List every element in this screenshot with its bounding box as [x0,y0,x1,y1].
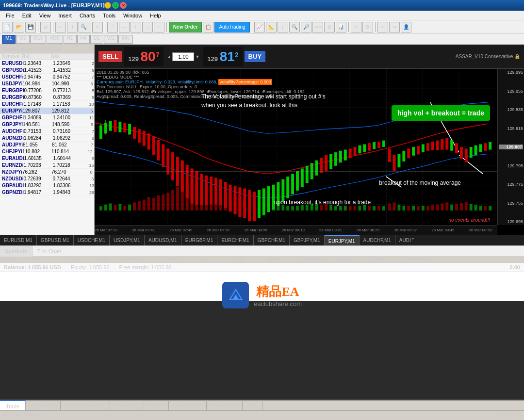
menu-help[interactable]: Help [146,11,165,20]
market-watch-row[interactable]: CHFJPYi 110.802 110.814 12 [0,148,94,155]
market-watch-row[interactable]: NZDUSDi 0.72639 0.72644 5 [0,176,94,182]
bar-left-button[interactable]: ⇐ [377,22,388,32]
market-watch-row[interactable]: GBPUSDi 1.41523 1.41532 9 [0,67,94,74]
tf-h1[interactable]: H1 [64,35,77,44]
refresh-button[interactable]: ↻ [351,22,361,32]
new-order-button[interactable]: New Order [169,22,202,32]
symbol-tab[interactable]: AUDUSD,M1 [145,235,181,246]
zoom-out-button[interactable]: 🔎 [301,22,311,32]
svg-rect-37 [157,140,160,161]
market-watch-row[interactable]: EURJPYi 129.807 129.812 5 [0,108,94,114]
maximize-button[interactable]: □ [112,2,119,9]
vol-button[interactable]: 📊 [336,22,346,32]
tf-d1[interactable]: D1 [90,35,103,44]
market-watch-row[interactable]: USDCHFi 0.94745 0.94752 7 [0,74,94,81]
period-sep-button[interactable]: | [278,22,288,32]
tf-m15[interactable]: M15 [30,35,46,44]
market-watch-row[interactable]: AUDNZDi 1.06284 1.06292 8 [0,135,94,142]
indicator-button[interactable]: 📈 [254,22,265,32]
auto-trading-button[interactable]: AutoTrading [214,22,249,32]
rect-button[interactable]: □ [142,22,153,32]
crosshair-button[interactable]: ✛ [67,22,78,32]
terminal-tab-mailbox15[interactable]: Mailbox 15 [169,400,207,411]
tf-m1[interactable]: M1 [2,35,16,44]
bar-right-button[interactable]: ⇒ [389,22,400,32]
arrow-button[interactable]: ↖ [92,22,103,32]
terminal-tab-accounthistory[interactable]: Account History [61,400,110,411]
market-watch-row[interactable]: GBPJPYi 148.581 148.590 9 [0,121,94,128]
tf-h4[interactable]: H4 [77,35,90,44]
tf-m5[interactable]: M5 [16,35,30,44]
market-watch-row[interactable]: NZDJPYi 76.262 76.270 8 [0,169,94,176]
menu-charts[interactable]: Charts [76,11,99,20]
new-chart-button[interactable]: 📄 [2,22,13,32]
order-history-button[interactable]: 📋 [203,22,213,32]
close-button[interactable]: ✕ [120,2,127,9]
market-watch-row[interactable]: EURGBPi 0.77208 0.77213 5 [0,87,94,94]
tick-chart-tab[interactable]: Tick Chart [33,246,66,257]
print-button[interactable]: 🖨 [40,22,51,32]
menu-tools[interactable]: Tools [99,11,119,20]
terminal-tab-market46[interactable]: Market 46 [207,400,243,411]
market-watch-row[interactable]: GBPNZDi 1.94817 1.94843 26 [0,189,94,196]
tf-mn[interactable]: MN [118,35,133,44]
menu-insert[interactable]: Insert [54,11,76,20]
grid-button[interactable]: ⊞ [324,22,335,32]
market-watch-row[interactable]: EURCHFi 1.17143 1.17153 10 [0,101,94,108]
sell-button[interactable]: SELL [98,51,122,62]
symbol-tab[interactable]: EURUSD,M1 [0,235,37,246]
market-watch-row[interactable]: AUDCHFi 0.73153 0.73160 7 [0,128,94,135]
open-button[interactable]: 📂 [14,22,24,32]
svg-rect-183 [465,202,468,210]
terminal-tab-trade[interactable]: Trade [0,400,26,411]
zoom-in-button[interactable]: 🔍+ [79,22,91,32]
market-watch-row[interactable]: EURGBPi 0.87360 0.87369 9 [0,94,94,101]
symbol-tab[interactable]: AUDI " [395,235,418,246]
market-watch-row[interactable]: EURNZDi 1.70203 1.70218 15 [0,162,94,169]
terminal-tab-news76[interactable]: News 76 [110,400,143,411]
symbol-tab[interactable]: EURCHF,M1 [217,235,253,246]
market-watch-row[interactable]: EURUSDi 1.23643 1.23645 2 [0,60,94,67]
market-watch-row[interactable]: GBPAUDi 1.83293 1.83306 13 [0,182,94,189]
ellipse-button[interactable]: ○ [154,22,164,32]
menu-window[interactable]: Window [119,11,146,20]
symbol-tab[interactable]: USDJPY,M1 [110,235,145,246]
svg-rect-114 [133,202,136,210]
zoom-chart-button[interactable]: 🔍 [289,22,300,32]
buy-button[interactable]: BUY [245,51,265,62]
tf-m30[interactable]: M30 [47,35,63,44]
mw-close-icon[interactable]: ✕ [88,46,92,52]
symbol-tab[interactable]: GBPJPY,M1 [290,235,325,246]
symbol-tab[interactable]: GBPCHF,M1 [254,235,290,246]
terminal-tab-exposure[interactable]: Exposure [26,400,60,411]
col-symbol: Symbol [122,257,166,262]
settings-button[interactable]: ⚙ [362,22,373,32]
expert-button[interactable]: 👤 [401,22,411,32]
undo-button[interactable]: ↩ [55,22,66,32]
symbol-tab[interactable]: GBPUSD,M1 [37,235,74,246]
hline-button[interactable]: — [119,22,130,32]
menu-view[interactable]: View [35,11,55,20]
order-size-input[interactable] [172,52,194,61]
symbol-tab[interactable]: EURJPY,M1 [325,235,360,246]
terminal-tab-alerts[interactable]: Alerts [143,400,169,411]
menu-edit[interactable]: Edit [18,11,35,20]
scroll-button[interactable]: ⟺ [312,22,323,32]
terminal-tab-sig[interactable]: Sig [243,400,262,411]
tf-w1[interactable]: W1 [104,35,118,44]
menu-file[interactable]: File [2,11,18,20]
market-watch-row[interactable]: GBPCHFi 1.34089 1.34100 11 [0,114,94,121]
template-button[interactable]: 📐 [266,22,277,32]
minimize-button[interactable]: _ [104,2,111,9]
line-button[interactable]: ╱ [107,22,118,32]
market-watch-row[interactable]: USDJPYi 104.984 104.990 6 [0,81,94,87]
market-watch-row[interactable]: EURAUDi 1.60135 1.60144 9 [0,155,94,162]
symbol-tab[interactable]: AUDCHF,M1 [360,235,395,246]
symbols-tab[interactable]: Symbols [0,246,33,257]
symbol-tab[interactable]: USDCHF,M1 [74,235,110,246]
market-watch-row[interactable]: AUDJPYi 81.055 81.062 7 [0,142,94,148]
symbol-tab[interactable]: EURGBP,M1 [181,235,218,246]
svg-rect-170 [402,206,405,210]
save-button[interactable]: 💾 [25,22,36,32]
text-button[interactable]: T [131,22,141,32]
